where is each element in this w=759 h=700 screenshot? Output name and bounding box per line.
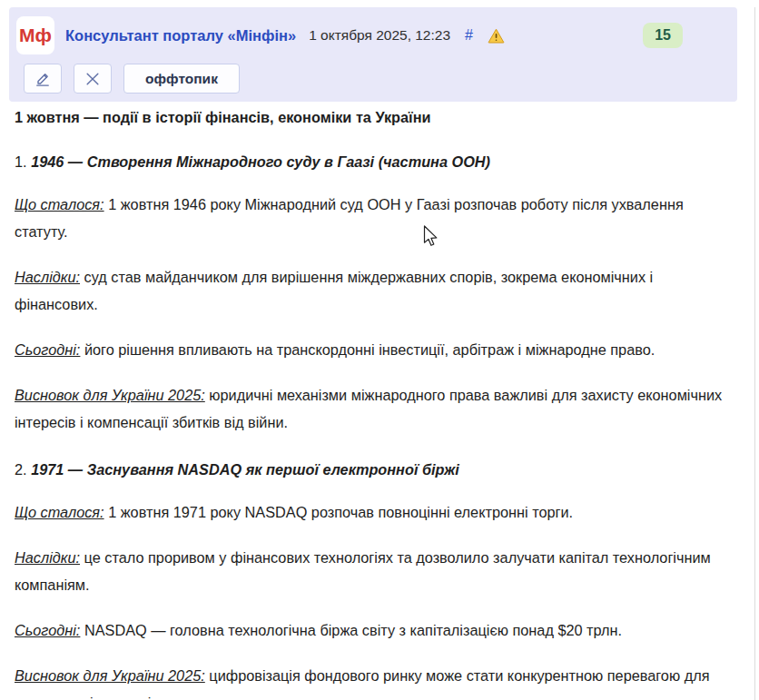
anchor-link[interactable]: #: [465, 27, 473, 44]
username-link[interactable]: Консультант порталу «Мінфін»: [65, 27, 296, 44]
post-paragraph: Висновок для України 2025: юридичні меха…: [15, 381, 724, 436]
paragraph-label: Наслідки:: [15, 269, 80, 285]
post-title: 1 жовтня — події в історії фінансів, еко…: [15, 107, 724, 128]
paragraph-text: його рішення впливають на транскордонні …: [84, 341, 655, 358]
comment-body: 1 жовтня — події в історії фінансів, еко…: [15, 107, 724, 700]
warning-triangle-icon: [488, 28, 505, 44]
section-heading: 1. 1946 — Створення Міжнародного суду в …: [15, 152, 724, 173]
paragraph-label: Сьогодні:: [15, 341, 80, 358]
post-paragraph: Сьогодні: NASDAQ — головна технологічна …: [15, 616, 724, 644]
section-heading-text: 1971 — Заснування NASDAQ як першої елект…: [31, 461, 459, 478]
delete-button[interactable]: [74, 64, 112, 94]
section-number: 1.: [15, 153, 27, 170]
paragraph-label: Наслідки:: [15, 549, 80, 566]
post-paragraph: Що сталося: 1 жовтня 1971 року NASDAQ ро…: [15, 498, 724, 526]
comment-page: Мф Консультант порталу «Мінфін» 1 октябр…: [0, 7, 759, 700]
section-heading-text: 1946 — Створення Міжнародного суду в Гаа…: [31, 153, 490, 170]
edit-button[interactable]: [24, 64, 62, 94]
paragraph-label: Висновок для України 2025:: [15, 667, 205, 684]
section-number: 2.: [15, 461, 27, 478]
paragraph-text: це стало проривом у фінансових технологі…: [15, 549, 711, 593]
paragraph-text: суд став майданчиком для вирішення міжде…: [15, 269, 653, 312]
close-icon: [84, 70, 102, 88]
warning-icon[interactable]: [488, 28, 505, 44]
pencil-icon: [34, 70, 52, 88]
post-paragraph: Сьогодні: його рішення впливають на тран…: [15, 336, 724, 363]
post-paragraph: Що сталося: 1 жовтня 1946 року Міжнародн…: [15, 191, 724, 245]
post-paragraph: Наслідки: суд став майданчиком для виріш…: [15, 263, 724, 318]
avatar[interactable]: Мф: [16, 16, 54, 54]
paragraph-label: Що сталося:: [15, 196, 104, 212]
offtopic-button[interactable]: оффтопик: [123, 64, 240, 94]
paragraph-label: Що сталося:: [15, 504, 104, 520]
score-badge[interactable]: 15: [643, 23, 683, 48]
scrollbar-track[interactable]: [754, 7, 755, 700]
post-paragraph: Наслідки: це стало проривом у фінансових…: [15, 544, 724, 598]
comment-date: 1 октября 2025, 12:23: [309, 27, 450, 44]
paragraph-label: Висновок для України 2025:: [15, 387, 205, 403]
comment-actions-row: оффтопик: [24, 64, 723, 94]
paragraph-text: NASDAQ — головна технологічна біржа світ…: [84, 622, 622, 638]
post-paragraph: Висновок для України 2025: цифровізація …: [15, 662, 724, 700]
paragraph-label: Сьогодні:: [15, 622, 80, 638]
comment-header-row: Мф Консультант порталу «Мінфін» 1 октябр…: [16, 16, 723, 54]
comment-header-card: Мф Консультант порталу «Мінфін» 1 октябр…: [9, 7, 737, 102]
paragraph-text: 1 жовтня 1946 року Міжнародний суд ООН у…: [15, 196, 684, 240]
avatar-monogram: Мф: [19, 25, 52, 46]
paragraph-text: 1 жовтня 1971 року NASDAQ розпочав повно…: [108, 504, 573, 520]
section-heading: 2. 1971 — Заснування NASDAQ як першої ел…: [15, 459, 724, 480]
offtopic-button-label: оффтопик: [145, 71, 218, 86]
